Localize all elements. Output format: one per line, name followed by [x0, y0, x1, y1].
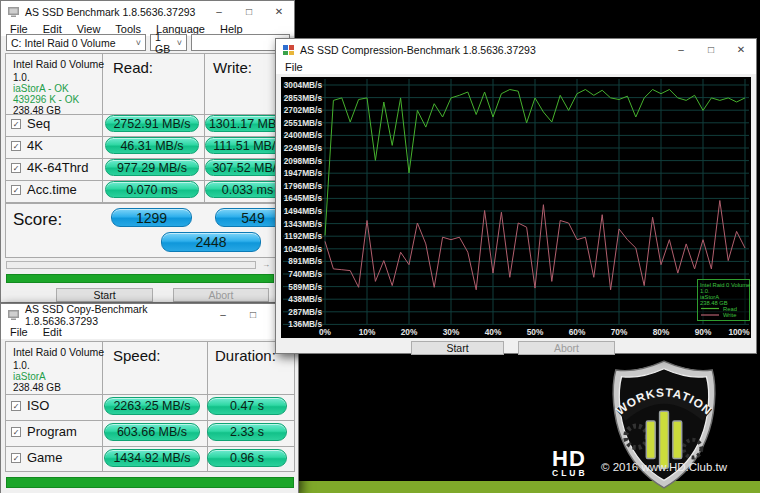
drive-driver-status: iaStorA - OK: [13, 83, 69, 94]
svg-text:136MB/s: 136MB/s: [288, 319, 322, 329]
drive-version: 1.0.: [13, 360, 30, 371]
svg-text:0%: 0%: [319, 327, 332, 337]
total-score-pill: 2448: [161, 232, 261, 252]
shield-bar-right: [673, 421, 682, 458]
table-divider: [6, 394, 294, 395]
compression-chart-area: 3004MB/s2853MB/s2702MB/s2551MB/s2400MB/s…: [281, 77, 751, 338]
as-ssd-compression-benchmark-window: AS SSD Compression-Benchmark 1.8.5636.37…: [275, 38, 757, 354]
svg-text:10%: 10%: [359, 327, 376, 337]
table-divider: [102, 342, 103, 471]
svg-text:80%: 80%: [653, 327, 670, 337]
svg-text:90%: 90%: [695, 327, 712, 337]
shield-bar-left: [646, 421, 655, 458]
game-checkbox[interactable]: ✓: [11, 453, 21, 463]
program-label: Program: [27, 424, 77, 439]
menu-file[interactable]: File: [285, 62, 303, 73]
copyright-text: © 2016 www.HD.Club.tw: [601, 461, 727, 473]
program-speed-pill: 603.66 MB/s: [104, 423, 200, 441]
acctime-checkbox[interactable]: ✓: [11, 185, 21, 195]
iso-checkbox[interactable]: ✓: [11, 401, 21, 411]
minimize-button[interactable]: –: [208, 304, 238, 326]
abort-button[interactable]: Abort: [173, 288, 269, 302]
4k-label: 4K: [27, 138, 43, 153]
minimize-button[interactable]: –: [204, 1, 234, 23]
svg-text:3004MB/s: 3004MB/s: [284, 80, 323, 90]
menubar: File: [276, 61, 756, 74]
svg-text:Write: Write: [723, 312, 736, 318]
svg-text:40%: 40%: [485, 327, 502, 337]
seq-checkbox[interactable]: ✓: [11, 119, 21, 129]
svg-text:2853MB/s: 2853MB/s: [284, 93, 323, 103]
iso-duration-pill: 0.47 s: [207, 397, 287, 415]
4k64-checkbox[interactable]: ✓: [11, 163, 21, 173]
4k64-label: 4K-64Thrd: [27, 160, 88, 175]
speed-column-header: Speed:: [113, 347, 161, 364]
shield-bar-middle: [660, 411, 669, 468]
minimize-button[interactable]: –: [666, 39, 696, 61]
4k64-read-pill: 977.29 MB/s: [105, 159, 199, 176]
status-arrow-icon: →: [262, 260, 270, 269]
4k-read-pill: 46.31 MB/s: [105, 137, 199, 154]
drive-version: 1.0.: [13, 72, 30, 83]
close-button[interactable]: ✕: [264, 1, 294, 23]
seq-label: Seq: [27, 116, 50, 131]
svg-text:60%: 60%: [569, 327, 586, 337]
svg-text:740MB/s: 740MB/s: [288, 269, 322, 279]
table-divider: [6, 446, 294, 447]
titlebar[interactable]: AS SSD Benchmark 1.8.5636.37293 – □ ✕: [1, 1, 294, 23]
iso-speed-pill: 2263.25 MB/s: [104, 397, 200, 415]
svg-text:2551MB/s: 2551MB/s: [284, 118, 323, 128]
iso-label: ISO: [27, 398, 49, 413]
svg-text:20%: 20%: [401, 327, 418, 337]
menubar: File Edit: [1, 326, 298, 339]
drive-capacity: 238.48 GB: [13, 382, 61, 393]
app-icon: [282, 44, 295, 56]
window-title: AS SSD Compression-Benchmark 1.8.5636.37…: [300, 44, 536, 56]
start-button[interactable]: Start: [411, 341, 504, 355]
test-size-select[interactable]: 1 GB ˅: [150, 34, 187, 51]
svg-text:2702MB/s: 2702MB/s: [284, 105, 323, 115]
svg-text:287MB/s: 287MB/s: [288, 307, 322, 317]
svg-text:2400MB/s: 2400MB/s: [284, 130, 323, 140]
svg-text:891MB/s: 891MB/s: [288, 256, 322, 266]
titlebar[interactable]: AS SSD Copy-Benchmark 1.8.5636.37293 – □…: [1, 304, 298, 326]
as-ssd-benchmark-window: AS SSD Benchmark 1.8.5636.37293 – □ ✕ Fi…: [0, 0, 295, 303]
maximize-button[interactable]: □: [238, 304, 268, 326]
start-button[interactable]: Start: [56, 288, 153, 302]
game-label: Game: [27, 450, 62, 465]
acctime-label: Acc.time: [27, 182, 77, 197]
score-label: Score:: [13, 210, 62, 230]
write-column-header: Write:: [213, 59, 252, 76]
svg-text:1947MB/s: 1947MB/s: [284, 168, 323, 178]
drive-select[interactable]: C: Intel Raid 0 Volume ˅: [6, 34, 146, 51]
menu-file[interactable]: File: [10, 327, 28, 338]
read-column-header: Read:: [113, 59, 153, 76]
button-strip: [277, 338, 755, 353]
as-ssd-copy-benchmark-window: AS SSD Copy-Benchmark 1.8.5636.37293 – □…: [0, 303, 299, 493]
svg-text:1645MB/s: 1645MB/s: [284, 193, 323, 203]
read-score-pill: 1299: [111, 208, 192, 227]
maximize-button[interactable]: □: [234, 1, 264, 23]
game-duration-pill: 0.96 s: [207, 449, 287, 467]
status-bar: [6, 261, 256, 269]
svg-text:2249MB/s: 2249MB/s: [284, 143, 323, 153]
drive-name: Intel Raid 0 Volume: [13, 346, 104, 358]
drive-driver: iaStorA: [13, 371, 46, 382]
benchmark-progress-bar: [6, 274, 274, 283]
titlebar[interactable]: AS SSD Compression-Benchmark 1.8.5636.37…: [276, 39, 756, 61]
maximize-button[interactable]: □: [696, 39, 726, 61]
program-checkbox[interactable]: ✓: [11, 427, 21, 437]
table-divider: [6, 420, 294, 421]
drive-capacity: 238.48 GB: [13, 105, 61, 116]
svg-text:1192MB/s: 1192MB/s: [284, 231, 322, 241]
app-icon: [7, 6, 20, 18]
svg-text:589MB/s: 589MB/s: [288, 282, 322, 292]
game-speed-pill: 1434.92 MB/s: [104, 449, 200, 467]
abort-button[interactable]: Abort: [518, 341, 615, 355]
svg-text:1343MB/s: 1343MB/s: [284, 219, 323, 229]
svg-text:50%: 50%: [527, 327, 544, 337]
menu-edit[interactable]: Edit: [43, 327, 62, 338]
close-button[interactable]: ✕: [726, 39, 756, 61]
4k-checkbox[interactable]: ✓: [11, 141, 21, 151]
svg-text:1796MB/s: 1796MB/s: [284, 181, 323, 191]
